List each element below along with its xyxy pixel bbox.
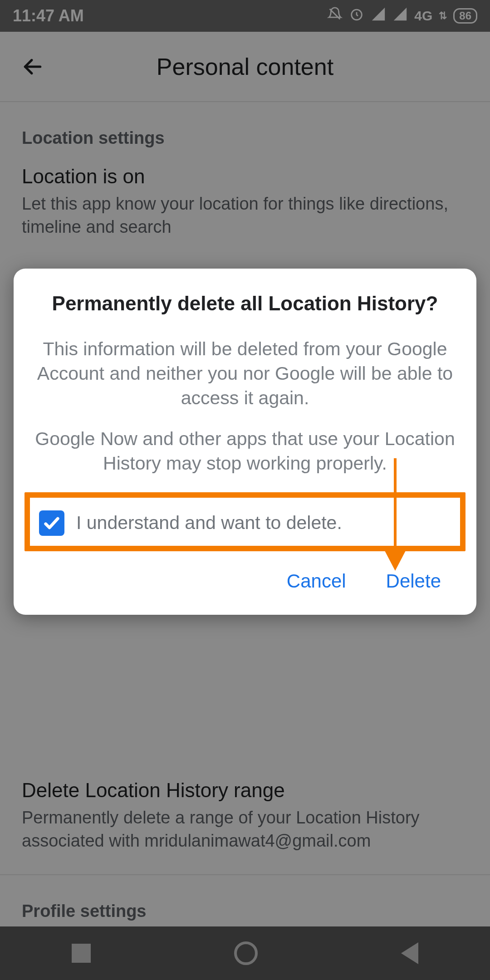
confirm-checkbox[interactable]	[39, 510, 64, 536]
dialog-actions: Cancel Delete	[33, 558, 457, 597]
delete-history-dialog: Permanently delete all Location History?…	[14, 269, 476, 615]
dialog-body-p2: Google Now and other apps that use your …	[33, 426, 457, 475]
cancel-button[interactable]: Cancel	[287, 570, 346, 592]
annotation-highlight: I understand and want to delete.	[24, 492, 466, 551]
check-icon	[43, 514, 61, 532]
confirm-checkbox-row[interactable]: I understand and want to delete.	[34, 503, 456, 543]
delete-button[interactable]: Delete	[386, 570, 441, 592]
dialog-body-p1: This information will be deleted from yo…	[33, 337, 457, 410]
confirm-checkbox-label: I understand and want to delete.	[76, 512, 342, 534]
dialog-body: This information will be deleted from yo…	[33, 337, 457, 476]
dialog-title: Permanently delete all Location History?	[33, 292, 457, 315]
